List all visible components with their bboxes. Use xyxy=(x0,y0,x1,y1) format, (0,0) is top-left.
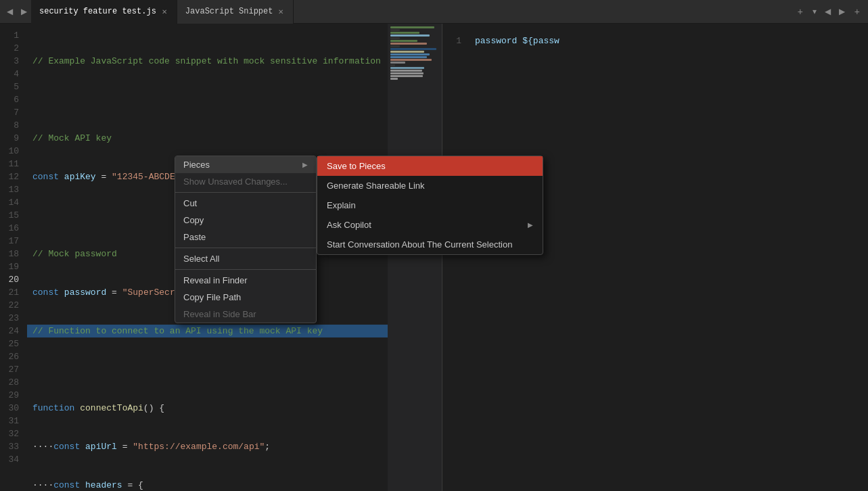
show-unsaved-label: Show Unsaved Changes... xyxy=(183,177,288,187)
context-menu-item-copy[interactable]: Copy xyxy=(175,212,316,229)
pieces-submenu-item-generate-link[interactable]: Generate Shareable Link xyxy=(317,176,543,195)
context-menu-item-paste[interactable]: Paste xyxy=(175,229,316,246)
context-menu-item-copy-file-path[interactable]: Copy File Path xyxy=(175,289,316,306)
pieces-submenu-item-start-conversation[interactable]: Start Conversation About The Current Sel… xyxy=(317,235,543,254)
pieces-submenu-item-ask-copilot[interactable]: Ask Copilot ▶ xyxy=(317,215,543,235)
context-menu-pieces-label: Pieces xyxy=(183,160,210,170)
ask-copilot-arrow-icon: ▶ xyxy=(528,221,533,229)
cut-label: Cut xyxy=(183,198,197,208)
context-menu-item-reveal-finder[interactable]: Reveal in Finder xyxy=(175,272,316,289)
copy-label: Copy xyxy=(183,215,204,225)
context-menu-separator-1 xyxy=(175,192,316,193)
reveal-sidebar-label: Reveal in Side Bar xyxy=(183,309,256,319)
pieces-submenu-item-save[interactable]: Save to Pieces xyxy=(317,156,543,176)
copy-file-path-label: Copy File Path xyxy=(183,292,241,302)
start-conversation-label: Start Conversation About The Current Sel… xyxy=(327,239,512,250)
context-menu-item-pieces[interactable]: Pieces ▶ xyxy=(175,156,316,173)
context-menu-item-reveal-sidebar: Reveal in Side Bar xyxy=(175,306,316,323)
generate-shareable-link-label: Generate Shareable Link xyxy=(327,181,425,191)
save-to-pieces-label: Save to Pieces xyxy=(327,161,386,171)
context-menu-item-cut[interactable]: Cut xyxy=(175,195,316,212)
ask-copilot-label: Ask Copilot xyxy=(327,220,371,230)
context-menu-separator-2 xyxy=(175,248,316,248)
paste-label: Paste xyxy=(183,232,206,242)
reveal-finder-label: Reveal in Finder xyxy=(183,275,248,285)
pieces-submenu-item-explain[interactable]: Explain xyxy=(317,195,543,215)
context-menu-separator-3 xyxy=(175,269,316,270)
submenu-arrow-icon: ▶ xyxy=(302,161,308,168)
context-menu: Pieces ▶ Show Unsaved Changes... Cut Cop… xyxy=(175,156,317,323)
context-menu-overlay[interactable]: Pieces ▶ Show Unsaved Changes... Cut Cop… xyxy=(0,0,868,491)
context-menu-item-select-all[interactable]: Select All xyxy=(175,250,316,267)
context-menu-item-show-unsaved: Show Unsaved Changes... xyxy=(175,173,316,190)
explain-label: Explain xyxy=(327,200,356,210)
select-all-label: Select All xyxy=(183,254,219,264)
pieces-submenu: Save to Pieces Generate Shareable Link E… xyxy=(317,156,543,255)
